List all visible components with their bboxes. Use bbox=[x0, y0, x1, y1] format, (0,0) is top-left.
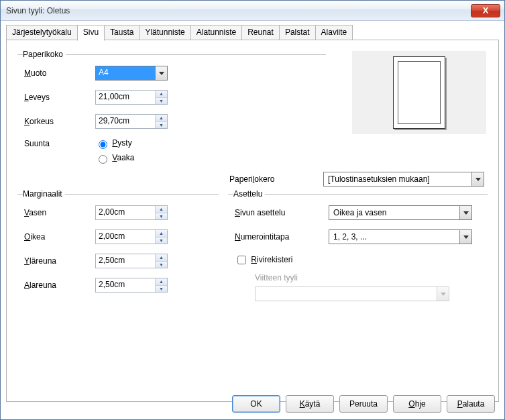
label-height: Korkeus bbox=[24, 117, 95, 126]
tab-panel: Paperikoko MMuotouoto A4 Leveys 21,00 bbox=[6, 40, 499, 402]
margin-left-spinner[interactable]: 2,00cm ▲▼ bbox=[95, 205, 168, 220]
label-orientation: Suunta bbox=[24, 139, 95, 148]
height-spinner[interactable]: 29,70cm ▲▼ bbox=[95, 114, 168, 129]
group-layout: Asettelu Sivun asettelu Oikea ja vasen bbox=[228, 189, 488, 311]
label-refstyle: Viitteen tyyli bbox=[255, 273, 298, 282]
format-value: A4 bbox=[96, 66, 155, 80]
orientation-portrait-option[interactable]: Pysty bbox=[95, 138, 132, 149]
page-preview bbox=[352, 51, 486, 134]
radio-portrait[interactable] bbox=[99, 140, 107, 149]
width-spinner[interactable]: 21,00cm ▲▼ bbox=[95, 90, 168, 105]
group-layout-legend: Asettelu bbox=[233, 189, 265, 199]
label-margin-right: Oikea bbox=[24, 232, 95, 242]
label-margin-top: Yläreuna bbox=[24, 256, 95, 266]
register-checkbox[interactable] bbox=[237, 256, 246, 264]
margin-right-value: 2,00cm bbox=[96, 230, 155, 244]
titlebar: Sivun tyyli: Oletus X bbox=[1, 1, 504, 21]
close-button[interactable]: X bbox=[471, 4, 500, 17]
numbering-dropdown-button[interactable] bbox=[459, 230, 471, 244]
pagelayout-select[interactable]: Oikea ja vasen bbox=[329, 205, 472, 220]
label-margin-bottom: Alareuna bbox=[24, 280, 95, 290]
margin-bottom-spinner[interactable]: 2,50cm ▲▼ bbox=[95, 278, 168, 293]
reset-button[interactable]: Palauta bbox=[447, 395, 495, 413]
spin-up-icon[interactable]: ▲ bbox=[156, 91, 167, 98]
margin-right-spinner[interactable]: 2,00cm ▲▼ bbox=[95, 229, 168, 244]
format-combo[interactable]: A4 bbox=[95, 66, 168, 81]
pagelayout-value: Oikea ja vasen bbox=[329, 207, 459, 219]
label-width: Leveys bbox=[24, 93, 95, 102]
margin-top-spinner[interactable]: 2,50cm ▲▼ bbox=[95, 254, 168, 268]
group-margins: Marginaalit Vasen 2,00cm ▲▼ Oikea bbox=[17, 189, 219, 302]
tab-borders[interactable]: Reunat bbox=[241, 25, 280, 40]
tabs: Järjestelytyökalu Sivu Tausta Ylätunnist… bbox=[6, 25, 352, 40]
label-format: MMuotouoto bbox=[24, 68, 95, 78]
refstyle-dropdown-button bbox=[437, 287, 449, 301]
spin-down-icon[interactable]: ▼ bbox=[156, 213, 167, 220]
group-margins-legend: Marginaalit bbox=[23, 189, 65, 199]
button-bar: OK Käytä Peruuta Ohje Palauta bbox=[232, 395, 495, 413]
group-paper-legend: Paperikoko bbox=[23, 50, 66, 59]
group-paper: Paperikoko MMuotouoto A4 Leveys 21,00 bbox=[17, 50, 326, 173]
tab-header[interactable]: Ylätunniste bbox=[139, 25, 190, 40]
tab-columns[interactable]: Palstat bbox=[279, 25, 316, 40]
numbering-value: 1, 2, 3, ... bbox=[329, 231, 459, 243]
spin-down-icon[interactable]: ▼ bbox=[156, 122, 167, 129]
chevron-down-icon bbox=[475, 178, 481, 181]
window-title: Sivun tyyli: Oletus bbox=[6, 6, 471, 15]
width-value: 21,00cm bbox=[96, 91, 155, 104]
height-value: 29,70cm bbox=[96, 115, 155, 128]
format-dropdown-button[interactable] bbox=[155, 66, 167, 80]
tray-dropdown-button[interactable] bbox=[471, 172, 484, 186]
cancel-button[interactable]: Peruuta bbox=[339, 395, 388, 413]
spin-down-icon[interactable]: ▼ bbox=[156, 98, 167, 105]
ok-button[interactable]: OK bbox=[232, 395, 280, 413]
label-numbering: Numerointitapa bbox=[235, 232, 329, 242]
chevron-down-icon bbox=[441, 293, 446, 296]
label-margin-left: Vasen bbox=[24, 208, 95, 217]
tab-footnote[interactable]: Alaviite bbox=[315, 25, 353, 40]
help-button[interactable]: Ohje bbox=[393, 395, 441, 413]
register-checkbox-row[interactable]: Rivirekisteri bbox=[235, 254, 292, 266]
spin-up-icon[interactable]: ▲ bbox=[156, 254, 167, 262]
margin-left-value: 2,00cm bbox=[96, 206, 155, 219]
spin-up-icon[interactable]: ▲ bbox=[156, 278, 167, 286]
chevron-down-icon bbox=[463, 235, 469, 239]
orientation-landscape-option[interactable]: Vaaka bbox=[95, 153, 135, 164]
spin-up-icon[interactable]: ▲ bbox=[156, 206, 167, 213]
pagelayout-dropdown-button[interactable] bbox=[459, 206, 471, 219]
spin-down-icon[interactable]: ▼ bbox=[156, 286, 167, 293]
tab-background[interactable]: Tausta bbox=[104, 25, 139, 40]
page-preview-page bbox=[393, 56, 445, 129]
radio-landscape[interactable] bbox=[99, 155, 107, 164]
apply-button[interactable]: Käytä bbox=[286, 395, 334, 413]
refstyle-select bbox=[255, 286, 449, 301]
client-area: Järjestelytyökalu Sivu Tausta Ylätunnist… bbox=[1, 21, 504, 419]
label-tray: Paperilokero bbox=[229, 174, 323, 184]
spin-up-icon[interactable]: ▲ bbox=[156, 115, 167, 122]
close-icon: X bbox=[483, 5, 489, 15]
tab-organizer[interactable]: Järjestelytyökalu bbox=[6, 25, 78, 40]
spin-down-icon[interactable]: ▼ bbox=[156, 262, 167, 268]
tab-page[interactable]: Sivu bbox=[77, 25, 105, 41]
numbering-select[interactable]: 1, 2, 3, ... bbox=[329, 229, 472, 244]
margin-top-value: 2,50cm bbox=[96, 254, 155, 268]
tray-value: [Tulostinasetuksien mukaan] bbox=[324, 173, 471, 185]
margin-bottom-value: 2,50cm bbox=[96, 278, 155, 292]
chevron-down-icon bbox=[463, 211, 469, 215]
spin-up-icon[interactable]: ▲ bbox=[156, 230, 167, 238]
tray-select[interactable]: [Tulostinasetuksien mukaan] bbox=[323, 172, 484, 187]
dialog-window: Sivun tyyli: Oletus X Järjestelytyökalu … bbox=[0, 0, 505, 420]
label-pagelayout: Sivun asettelu bbox=[235, 208, 329, 217]
chevron-down-icon bbox=[159, 72, 164, 75]
spin-down-icon[interactable]: ▼ bbox=[156, 238, 167, 244]
tab-footer[interactable]: Alatunniste bbox=[190, 25, 242, 40]
